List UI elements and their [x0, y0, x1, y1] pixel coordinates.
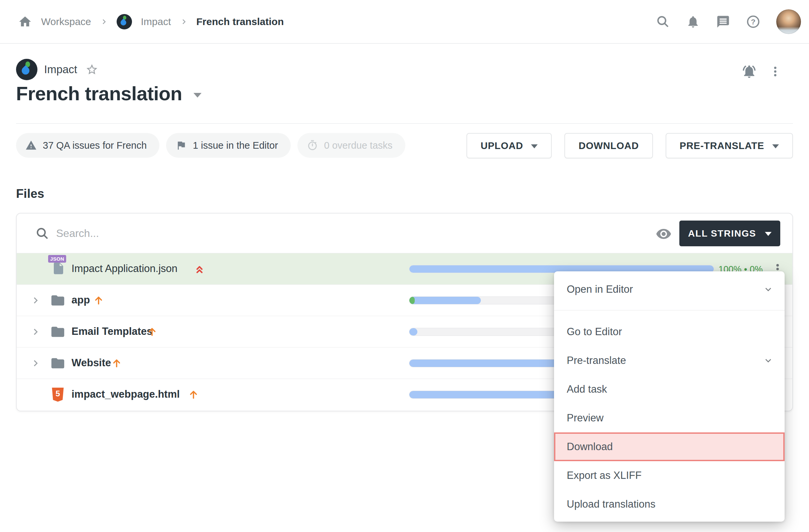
download-button-label: DOWNLOAD [579, 140, 639, 151]
editor-issues-label: 1 issue in the Editor [193, 140, 278, 151]
priority-highest-icon [194, 263, 205, 274]
chevron-right-icon [100, 18, 108, 25]
notifications-bell-icon[interactable] [686, 15, 700, 29]
project-logo[interactable] [16, 59, 37, 80]
folder-name: Email Templates [71, 325, 152, 338]
menu-item-label: Go to Editor [567, 326, 622, 338]
menu-item-label: Preview [567, 412, 603, 424]
user-avatar[interactable] [776, 10, 801, 34]
menu-item-export-as-xliff[interactable]: Export as XLIFF [554, 461, 785, 490]
priority-high-icon [188, 389, 199, 400]
eye-icon[interactable] [656, 226, 672, 242]
top-navigation-bar: Workspace Impact French translation ? [0, 0, 809, 44]
menu-item-pre-translate[interactable]: Pre-translate [554, 346, 785, 375]
folder-name: app [71, 294, 90, 306]
messages-icon[interactable] [716, 15, 730, 29]
flag-icon [175, 140, 187, 151]
menu-item-add-task[interactable]: Add task [554, 375, 785, 404]
project-notifications-icon[interactable] [741, 64, 757, 79]
page-title: French translation [16, 82, 182, 105]
strings-filter-button[interactable]: ALL STRINGS [679, 221, 780, 246]
menu-item-label: Open in Editor [567, 284, 633, 295]
timer-icon [307, 140, 318, 151]
chevron-down-icon [193, 93, 202, 98]
status-badges-row: 37 QA issues for French 1 issue in the E… [16, 133, 405, 158]
chevron-down-icon [765, 232, 772, 236]
upload-button[interactable]: UPLOAD [466, 133, 552, 158]
project-name[interactable]: Impact [44, 63, 77, 76]
chevron-right-icon [180, 18, 187, 25]
breadcrumb-current: French translation [196, 16, 284, 28]
menu-item-label: Upload translations [567, 498, 655, 510]
download-button[interactable]: DOWNLOAD [564, 133, 653, 158]
file-actions-row: UPLOAD DOWNLOAD PRE-TRANSLATE [466, 133, 793, 158]
expand-chevron-icon[interactable] [31, 296, 40, 305]
menu-item-download[interactable]: Download [554, 432, 785, 461]
topbar-actions: ? [656, 10, 809, 34]
expand-chevron-icon[interactable] [31, 327, 40, 337]
overdue-tasks-badge: 0 overdue tasks [297, 133, 405, 158]
chevron-down-icon [772, 144, 779, 148]
menu-item-upload-translations[interactable]: Upload translations [554, 490, 785, 519]
qa-issues-badge[interactable]: 37 QA issues for French [16, 133, 159, 158]
chevron-down-icon [531, 144, 538, 148]
priority-high-icon [147, 326, 158, 337]
strings-filter-label: ALL STRINGS [688, 228, 756, 239]
upload-button-label: UPLOAD [481, 140, 523, 151]
chevron-down-icon [763, 285, 773, 294]
project-logo-small[interactable] [117, 14, 132, 30]
files-search-input[interactable] [56, 223, 557, 244]
folder-icon [50, 293, 66, 308]
breadcrumb-project[interactable]: Impact [141, 16, 171, 28]
file-name: Impact Application.json [71, 263, 177, 275]
chevron-down-icon [763, 356, 773, 365]
menu-item-label: Download [567, 441, 613, 453]
menu-item-label: Pre-translate [567, 355, 626, 366]
json-badge-label: JSON [48, 255, 66, 263]
priority-high-icon [111, 357, 122, 368]
project-more-menu-icon[interactable] [769, 65, 781, 78]
home-icon[interactable] [18, 15, 32, 29]
overdue-tasks-label: 0 overdue tasks [324, 140, 393, 151]
folder-name: Website [71, 357, 111, 369]
priority-high-icon [93, 294, 104, 306]
folder-icon [50, 324, 66, 340]
file-name: impact_webpage.html [71, 388, 180, 400]
files-section-title: Files [16, 187, 44, 201]
pretranslate-button[interactable]: PRE-TRANSLATE [666, 133, 793, 158]
editor-issues-badge[interactable]: 1 issue in the Editor [166, 133, 291, 158]
file-context-menu: Open in Editor Go to Editor Pre-translat… [554, 271, 785, 522]
folder-icon [50, 356, 66, 371]
html-badge-label: 5 [51, 389, 65, 398]
expand-chevron-icon[interactable] [31, 359, 40, 368]
star-icon[interactable] [86, 64, 98, 75]
divider [16, 123, 793, 124]
warning-icon [25, 140, 37, 151]
help-icon[interactable]: ? [746, 15, 760, 29]
app-canvas: Workspace Impact French translation ? Im… [0, 0, 809, 532]
qa-issues-label: 37 QA issues for French [43, 140, 147, 151]
project-header: Impact [16, 59, 98, 80]
svg-text:?: ? [751, 17, 756, 26]
menu-item-label: Export as XLIFF [567, 469, 641, 482]
menu-divider [554, 310, 785, 310]
menu-item-preview[interactable]: Preview [554, 404, 785, 432]
pretranslate-button-label: PRE-TRANSLATE [680, 140, 764, 151]
breadcrumb: Workspace Impact French translation [0, 14, 284, 30]
menu-item-go-to-editor[interactable]: Go to Editor [554, 318, 785, 346]
search-icon [35, 227, 49, 241]
breadcrumb-workspace[interactable]: Workspace [41, 16, 91, 28]
files-toolbar: ALL STRINGS [17, 213, 792, 253]
menu-item-open-in-editor[interactable]: Open in Editor [554, 275, 785, 304]
menu-item-label: Add task [567, 383, 607, 395]
language-title-row[interactable]: French translation [16, 82, 202, 105]
search-icon[interactable] [656, 15, 670, 29]
